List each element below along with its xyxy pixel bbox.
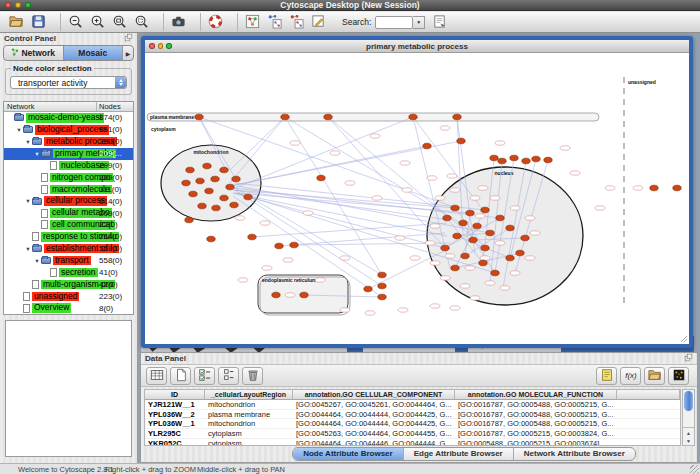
- scroll-down-icon[interactable]: ▼: [686, 438, 691, 444]
- import-attributes-icon: [648, 368, 662, 384]
- help-lifesaver-button[interactable]: [200, 13, 225, 31]
- table-row[interactable]: YKR052Ccytoplasm[GO:0044464, GO:0044446,…: [145, 439, 680, 446]
- file-icon: [41, 209, 48, 218]
- formula-builder-button[interactable]: f(x): [620, 367, 641, 385]
- snapshot-camera-button[interactable]: [163, 13, 188, 31]
- delete-attributes-icon: [246, 368, 260, 384]
- scroll-up-icon[interactable]: ▲: [686, 430, 691, 436]
- tree-row-count: 558(0): [97, 256, 133, 265]
- save-session-button[interactable]: [28, 13, 48, 31]
- tree-row[interactable]: ▼cellular process614(0): [4, 195, 133, 207]
- expander-icon[interactable]: ▼: [24, 246, 32, 252]
- expander-icon[interactable]: ▼: [24, 139, 32, 145]
- expander-icon[interactable]: ▼: [15, 127, 23, 133]
- tab-network-attribute-browser[interactable]: Network Attribute Browser: [514, 448, 635, 460]
- tree-row-label: transport: [53, 256, 91, 266]
- notes-button[interactable]: [596, 367, 617, 385]
- expander-icon[interactable]: ▼: [33, 258, 41, 264]
- scrollbar-thumb[interactable]: [684, 391, 693, 411]
- advanced-search-icon: [432, 14, 447, 31]
- svg-text:nucleus: nucleus: [495, 170, 514, 176]
- delete-attributes-button[interactable]: [242, 367, 263, 385]
- zoom-fit-button[interactable]: [109, 13, 129, 31]
- import-attributes-button[interactable]: [644, 367, 665, 385]
- table-scrollbar[interactable]: ▲ ▼: [682, 389, 695, 446]
- tab-network[interactable]: Network: [4, 46, 63, 60]
- tree-row[interactable]: secretion41(0): [4, 267, 133, 279]
- advanced-search-button[interactable]: [429, 13, 449, 31]
- tree-row[interactable]: nucleobase-209(0): [4, 160, 133, 172]
- tree-row[interactable]: cell communicat22(0): [4, 219, 133, 231]
- expander-icon[interactable]: ▼: [33, 151, 41, 157]
- tab-node-attribute-browser[interactable]: Node Attribute Browser: [293, 448, 404, 460]
- cytoscape-app-window: Cytoscape Desktop (New Session) Search: …: [0, 0, 700, 474]
- file-icon: [32, 280, 39, 289]
- tree-row[interactable]: ▼transport558(0): [4, 255, 133, 267]
- unselect-attributes-icon: [222, 368, 236, 384]
- column-header-region[interactable]: _cellularLayoutRegion: [205, 390, 293, 399]
- matrix-view-button[interactable]: [668, 367, 689, 385]
- tree-row-count: 209(0): [97, 209, 133, 218]
- hide-selected-red-button[interactable]: [286, 13, 306, 31]
- tree-row[interactable]: ▼metabolic process280(0): [4, 136, 133, 148]
- tree-row-count: 651(0): [97, 125, 133, 134]
- tree-column-network[interactable]: Network: [4, 102, 97, 111]
- select-attributes-button[interactable]: [194, 367, 215, 385]
- tree-column-nodes[interactable]: Nodes: [97, 102, 133, 111]
- tab-mosaic[interactable]: Mosaic: [63, 46, 123, 60]
- tree-row-count: 42(0): [97, 280, 133, 289]
- nucleus-region: nucleus: [427, 167, 583, 305]
- tab-overflow-button[interactable]: ▶: [122, 46, 133, 60]
- annotation-button[interactable]: [308, 13, 328, 31]
- folder-icon: [41, 150, 51, 157]
- expander-icon[interactable]: ▼: [24, 198, 32, 204]
- tree-row[interactable]: ▼establishment of lo558(0): [4, 243, 133, 255]
- app-resize-grip[interactable]: [690, 465, 699, 474]
- tab-edge-attribute-browser[interactable]: Edge Attribute Browser: [404, 448, 514, 460]
- column-header-molecular-function[interactable]: annotation.GO MOLECULAR_FUNCTION: [455, 390, 617, 399]
- zoom-in-button[interactable]: [87, 13, 107, 31]
- tree-row[interactable]: nitrogen compo209(0): [4, 171, 133, 183]
- zoom-selected-button[interactable]: [131, 13, 151, 31]
- column-header-cellular-component[interactable]: annotation.GO CELLULAR_COMPONENT: [293, 390, 455, 399]
- tree-row[interactable]: unassigned223(0): [4, 290, 133, 302]
- table-row[interactable]: YLR295Ccytoplasm[GO:0045263, GO:0044464,…: [145, 429, 680, 439]
- tree-row[interactable]: mosaic-demo-yeast874(0): [4, 112, 133, 124]
- app-title: Cytoscape Desktop (New Session): [0, 0, 700, 11]
- plasma-membrane-region: plasma membrane: [147, 113, 599, 121]
- tree-row[interactable]: Overview8(0): [4, 302, 133, 314]
- column-header-id[interactable]: ID: [145, 390, 205, 399]
- float-panel-icon[interactable]: [124, 33, 133, 44]
- cell-region: mitochondrion: [205, 400, 293, 409]
- search-input[interactable]: [375, 16, 413, 29]
- tree-row[interactable]: ▼biological_process651(0): [4, 124, 133, 136]
- tree-row[interactable]: macromolecule311(0): [4, 183, 133, 195]
- tree-row[interactable]: multi-organism pro42(0): [4, 278, 133, 290]
- network-canvas[interactable]: plasma membrane cytoplasm mitochondrion …: [145, 53, 689, 344]
- tree-row[interactable]: ▼primary metabo209(...: [4, 148, 133, 160]
- data-panel-float-icon[interactable]: [684, 353, 693, 364]
- open-file-button[interactable]: [6, 13, 26, 31]
- network-window-titlebar[interactable]: primary metabolic process: [145, 40, 689, 53]
- tree-row-count: 41(0): [97, 268, 133, 277]
- zoom-selected-icon: [134, 14, 149, 31]
- table-row[interactable]: YPL036W__1mitochondrion[GO:0044464, GO:0…: [145, 419, 680, 429]
- create-attribute-button[interactable]: [170, 367, 191, 385]
- search-dropdown-button[interactable]: ▼: [413, 16, 425, 29]
- tree-row-label: unassigned: [32, 292, 79, 302]
- hide-selected-blue-button[interactable]: [264, 13, 284, 31]
- tree-row-label: secretion: [59, 268, 98, 278]
- unselect-attributes-button[interactable]: [218, 367, 239, 385]
- network-overview-button[interactable]: [237, 13, 262, 31]
- node-color-dropdown[interactable]: transporter activity: [10, 76, 127, 89]
- zoom-out-button[interactable]: [60, 13, 85, 31]
- window-resize-grip[interactable]: [681, 336, 687, 342]
- tree-row[interactable]: cellular metabo209(0): [4, 207, 133, 219]
- tree-row[interactable]: response to stimulu264(0): [4, 231, 133, 243]
- table-row[interactable]: YPL036W__2plasma membrane[GO:0044464, GO…: [145, 410, 680, 420]
- attribute-batch-editor-button[interactable]: [146, 367, 167, 385]
- table-row[interactable]: YJR121W__1mitochondrion[GO:0045267, GO:0…: [145, 400, 680, 410]
- hide-selected-red-icon: [289, 14, 304, 31]
- cell-cellular-component: [GO:0044464, GO:0044446, GO:0044444, G..…: [293, 439, 455, 446]
- folder-icon: [14, 114, 24, 121]
